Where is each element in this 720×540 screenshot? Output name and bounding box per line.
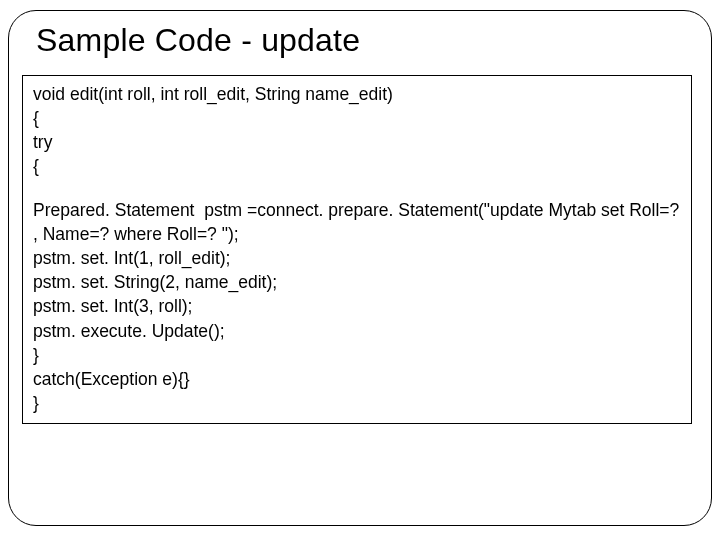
code-line: catch(Exception e){} (33, 367, 681, 391)
code-line: pstm. set. String(2, name_edit); (33, 270, 681, 294)
code-line: Prepared. Statement pstm =connect. prepa… (33, 198, 681, 246)
code-line: { (33, 154, 681, 178)
code-line: pstm. execute. Update(); (33, 319, 681, 343)
code-line: pstm. set. Int(1, roll_edit); (33, 246, 681, 270)
slide: Sample Code - update void edit(int roll,… (0, 0, 720, 540)
code-line: pstm. set. Int(3, roll); (33, 294, 681, 318)
code-line: } (33, 343, 681, 367)
code-line: } (33, 391, 681, 415)
code-line: void edit(int roll, int roll_edit, Strin… (33, 82, 681, 106)
code-box: void edit(int roll, int roll_edit, Strin… (22, 75, 692, 424)
blank-line (33, 179, 681, 198)
code-line: try (33, 130, 681, 154)
slide-title: Sample Code - update (36, 22, 702, 59)
code-line: { (33, 106, 681, 130)
